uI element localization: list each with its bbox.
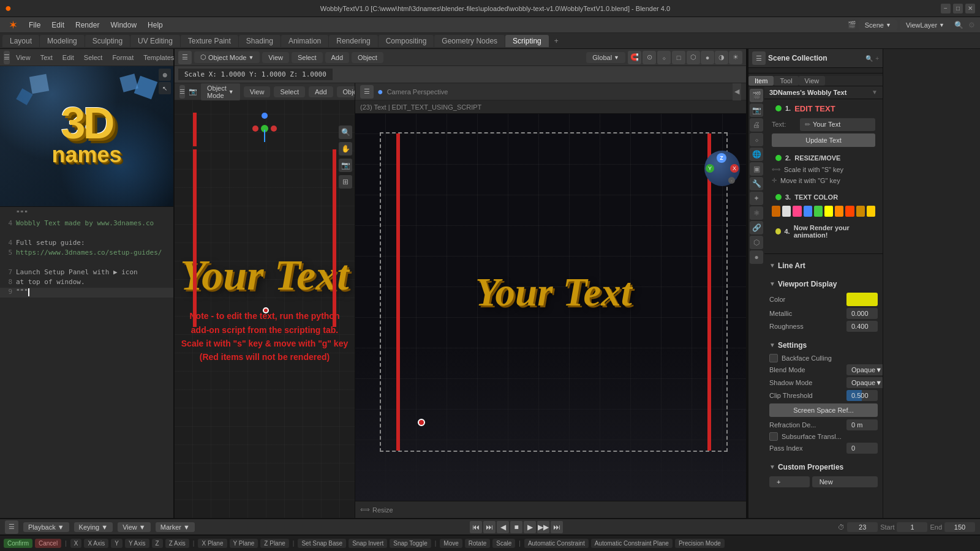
overlay-hand-icon[interactable]: ✋ — [339, 142, 352, 156]
overlay-icon[interactable]: ⬦ — [657, 51, 671, 64]
tab-scripting[interactable]: Scripting — [505, 35, 549, 47]
x-key[interactable]: X — [70, 539, 82, 548]
swatch-gold2[interactable] — [867, 206, 875, 217]
roughness-value[interactable]: 0.400 — [846, 321, 878, 332]
y-axis-btn[interactable]: Y Axis — [125, 539, 149, 548]
left-sub-add[interactable]: Add — [309, 86, 333, 97]
color-value[interactable] — [846, 293, 878, 306]
material-mode-btn[interactable]: ◑ — [715, 51, 728, 64]
overlay-grid-icon[interactable]: ⊞ — [339, 175, 352, 189]
jump-prev-key-btn[interactable]: ⏭ — [483, 521, 496, 533]
sc-item-text[interactable]: ▶ Text 👁 📷 — [748, 69, 883, 70]
prop-view-layer-icon[interactable]: ⬦ — [750, 133, 763, 146]
custom-props-new-btn[interactable]: New — [812, 476, 878, 487]
line-art-header[interactable]: ▼ Line Art — [769, 259, 878, 272]
add-menu-btn[interactable]: Add — [325, 52, 350, 63]
left-sub-object-mode[interactable]: Object Mode ▼ — [201, 83, 240, 101]
left-view-menu[interactable]: View — [12, 53, 34, 62]
tab-geometry-nodes[interactable]: Geometry Nodes — [434, 35, 505, 47]
timeline-menu[interactable]: ☰ — [5, 520, 18, 534]
swatch-red[interactable] — [845, 206, 854, 217]
next-frame-btn[interactable]: ▶▶ — [537, 521, 549, 533]
tab-rendering[interactable]: Rendering — [329, 35, 377, 47]
swatch-orange2[interactable] — [835, 206, 843, 217]
set-snap-base-btn[interactable]: Set Snap Base — [298, 539, 346, 548]
left-sub-view[interactable]: View — [244, 86, 271, 97]
solid-mode-btn[interactable]: ● — [701, 51, 714, 64]
blend-mode-dropdown[interactable]: Opaque ▼ — [846, 364, 883, 375]
menu-render[interactable]: Render — [70, 20, 104, 31]
sc-menu-icon[interactable]: ☰ — [752, 51, 766, 65]
resize-strip[interactable]: ⟺ Resize — [355, 501, 746, 518]
precision-mode-btn[interactable]: Precision Mode — [675, 539, 725, 548]
viewport-menu-icon[interactable]: ☰ — [178, 51, 192, 64]
maximize-button[interactable]: □ — [953, 4, 963, 13]
snap-invert-btn[interactable]: Snap Invert — [349, 539, 387, 548]
swatch-green[interactable] — [814, 206, 823, 217]
select-menu-btn[interactable]: Select — [292, 52, 323, 63]
swatch-gold[interactable] — [856, 206, 865, 217]
prop-render-icon[interactable]: 📷 — [750, 103, 763, 117]
minimize-button[interactable]: − — [941, 4, 951, 13]
object-mode-dropdown[interactable]: ⬡ Object Mode ▼ — [194, 51, 260, 63]
rotate-btn[interactable]: Rotate — [465, 539, 490, 548]
menu-help[interactable]: Help — [143, 20, 168, 31]
viewport-display-header[interactable]: ▼ Viewport Display — [769, 277, 878, 291]
playback-menu[interactable]: Playback ▼ — [23, 522, 69, 532]
left-text-menu[interactable]: Text — [37, 53, 56, 62]
settings-header[interactable]: ▼ Settings — [769, 339, 878, 352]
scene-selector[interactable]: Scene — [859, 20, 897, 31]
move-btn[interactable]: Move — [440, 539, 462, 548]
x-axis-btn[interactable]: X Axis — [84, 539, 108, 548]
menu-edit[interactable]: Edit — [47, 20, 69, 31]
text-input-field[interactable]: ✏ Your Text — [800, 118, 875, 131]
xray-icon[interactable]: □ — [672, 51, 685, 64]
play-btn[interactable]: ▶ — [524, 521, 536, 533]
prop-physics-icon[interactable]: ⚛ — [750, 206, 763, 220]
custom-props-header[interactable]: ▼ Custom Properties — [769, 460, 878, 474]
y-key[interactable]: Y — [111, 539, 123, 548]
automatic-constraint-btn[interactable]: Automatic Constraint — [524, 539, 589, 548]
swatch-pink[interactable] — [793, 206, 801, 217]
confirm-btn[interactable]: Confirm — [4, 539, 32, 548]
backface-culling-checkbox[interactable] — [769, 354, 778, 362]
view-menu-btn[interactable]: View — [262, 52, 289, 63]
shadow-mode-dropdown[interactable]: Opaque ▼ — [846, 377, 883, 388]
proportional-edit-icon[interactable]: ⊙ — [643, 51, 656, 64]
tab-shading[interactable]: Shading — [239, 35, 281, 47]
view-layer-selector[interactable]: ViewLayer — [900, 20, 951, 31]
tab-animation[interactable]: Animation — [281, 35, 328, 47]
prop-world-icon[interactable]: 🌐 — [750, 148, 763, 161]
preview-icon-gizmo[interactable]: ⊕ — [159, 69, 171, 81]
sc-filter-icon[interactable]: 🔍 — [865, 55, 873, 62]
wireframe-mode-btn[interactable]: ⬡ — [687, 51, 700, 64]
start-frame[interactable]: 1 — [897, 522, 927, 532]
stop-btn[interactable]: ■ — [510, 521, 522, 533]
overlay-camera-icon[interactable]: 📷 — [339, 159, 352, 172]
close-button[interactable]: ✕ — [965, 4, 975, 13]
preview-icon-cursor[interactable]: ↖ — [159, 82, 171, 94]
prop-constraints-icon[interactable]: 🔗 — [750, 221, 763, 234]
left-sub-select[interactable]: Select — [274, 86, 305, 97]
n-panel-toggle[interactable]: ◀ — [733, 83, 741, 100]
z-axis-btn[interactable]: Z Axis — [165, 539, 189, 548]
sc-add-icon[interactable]: + — [875, 55, 879, 62]
tab-uv-editing[interactable]: UV Editing — [130, 35, 180, 47]
prop-object-icon[interactable]: ▣ — [750, 162, 763, 176]
prop-modifier-icon[interactable]: 🔧 — [750, 177, 763, 190]
keying-menu[interactable]: Keying ▼ — [74, 522, 113, 532]
view-menu[interactable]: View ▼ — [118, 522, 151, 532]
prop-object-data-icon[interactable]: ⬡ — [750, 236, 763, 249]
current-frame[interactable]: 23 — [847, 522, 878, 532]
tab-layout[interactable]: Layout — [2, 35, 39, 47]
tab-view[interactable]: View — [799, 76, 826, 86]
marker-menu[interactable]: Marker ▼ — [156, 522, 195, 532]
left-select-menu[interactable]: Select — [80, 53, 107, 62]
menu-window[interactable]: Window — [105, 20, 141, 31]
clip-threshold-value[interactable]: 0.500 — [846, 390, 878, 401]
update-text-button[interactable]: Update Text — [772, 133, 875, 147]
overlay-search-icon[interactable]: 🔍 — [339, 126, 352, 139]
tab-sculpting[interactable]: Sculpting — [85, 35, 130, 47]
subsurface-checkbox[interactable] — [769, 432, 778, 441]
left-sub-object[interactable]: Object — [337, 86, 355, 97]
